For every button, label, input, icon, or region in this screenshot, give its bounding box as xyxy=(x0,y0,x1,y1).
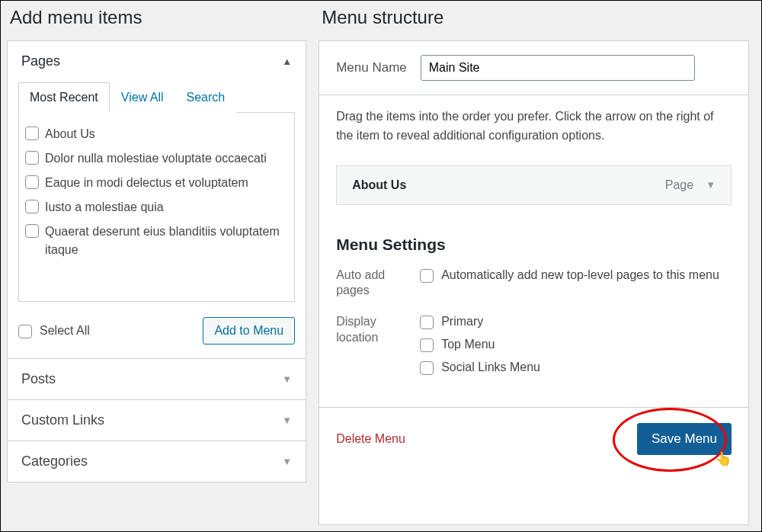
display-location-label: Display location xyxy=(336,314,406,346)
page-item-label: Quaerat deserunt eius blanditiis volupta… xyxy=(45,223,288,259)
page-item-label: Iusto a molestiae quia xyxy=(45,198,288,216)
instructions-text: Drag the items into the order you prefer… xyxy=(336,107,732,146)
pages-tabs: Most Recent View All Search xyxy=(18,82,295,113)
menu-name-input[interactable] xyxy=(421,55,695,81)
accordion-header-categories[interactable]: Categories ▼ xyxy=(8,441,306,482)
page-item[interactable]: Dolor nulla molestiae voluptate occaecat… xyxy=(25,146,288,171)
location-checkbox[interactable] xyxy=(420,316,434,329)
accordion-label: Categories xyxy=(21,453,88,470)
menu-item-type: Page xyxy=(665,178,693,192)
select-all-checkbox[interactable] xyxy=(18,325,32,338)
auto-add-option[interactable]: Automatically add new top-level pages to… xyxy=(420,268,719,283)
pages-list[interactable]: About Us Dolor nulla molestiae voluptate… xyxy=(18,113,295,302)
chevron-down-icon: ▼ xyxy=(282,373,292,385)
page-item[interactable]: About Us xyxy=(25,122,288,146)
location-checkbox[interactable] xyxy=(420,338,434,352)
accordion-custom-links: Custom Links ▼ xyxy=(8,400,306,441)
auto-add-checkbox[interactable] xyxy=(420,269,434,283)
location-top-menu[interactable]: Top Menu xyxy=(420,337,540,352)
menu-edit-panel: Menu Name Drag the items into the order … xyxy=(319,40,749,525)
page-item[interactable]: Iusto a molestiae quia xyxy=(25,195,288,220)
menu-item-title: About Us xyxy=(352,178,406,192)
accordion-label: Custom Links xyxy=(21,412,104,428)
page-checkbox[interactable] xyxy=(25,127,39,140)
location-social[interactable]: Social Links Menu xyxy=(420,360,540,375)
menu-name-label: Menu Name xyxy=(336,60,407,75)
chevron-down-icon: ▼ xyxy=(282,456,292,467)
accordion-posts: Posts ▼ xyxy=(8,359,306,400)
page-item-label: About Us xyxy=(45,125,288,143)
select-all[interactable]: Select All xyxy=(18,323,90,338)
accordion-label: Posts xyxy=(21,371,56,387)
page-item[interactable]: Eaque in modi delectus et voluptatem xyxy=(25,171,288,195)
location-text: Primary xyxy=(441,315,483,328)
location-primary[interactable]: Primary xyxy=(420,314,540,329)
add-items-title: Add menu items xyxy=(10,7,306,28)
page-item-label: Eaque in modi delectus et voluptatem xyxy=(45,174,288,192)
chevron-down-icon: ▼ xyxy=(282,415,292,426)
accordion-header-posts[interactable]: Posts ▼ xyxy=(8,359,306,399)
page-item-label: Dolor nulla molestiae voluptate occaecat… xyxy=(45,149,288,168)
accordion-header-pages[interactable]: Pages ▲ xyxy=(8,41,306,82)
page-checkbox[interactable] xyxy=(25,200,39,213)
auto-add-text: Automatically add new top-level pages to… xyxy=(441,268,719,282)
auto-add-label: Auto add pages xyxy=(336,268,406,300)
page-checkbox[interactable] xyxy=(25,224,39,238)
select-all-label: Select All xyxy=(40,324,90,338)
menu-settings-title: Menu Settings xyxy=(336,236,732,254)
location-checkbox[interactable] xyxy=(420,361,434,375)
delete-menu-link[interactable]: Delete Menu xyxy=(336,432,405,446)
accordion-label: Pages xyxy=(21,53,60,69)
add-to-menu-button[interactable]: Add to Menu xyxy=(203,317,295,345)
location-text: Social Links Menu xyxy=(441,361,540,374)
location-text: Top Menu xyxy=(441,338,495,351)
page-item[interactable]: Quaerat deserunt eius blanditiis volupta… xyxy=(25,220,288,262)
menu-structure-title: Menu structure xyxy=(322,7,749,28)
accordion-panel: Pages ▲ Most Recent View All Search Abou… xyxy=(7,40,306,482)
page-checkbox[interactable] xyxy=(25,151,39,165)
menu-item[interactable]: About Us Page ▼ xyxy=(336,165,732,205)
tab-search[interactable]: Search xyxy=(175,82,237,113)
chevron-up-icon: ▲ xyxy=(282,56,292,67)
tab-view-all[interactable]: View All xyxy=(110,82,175,113)
accordion-header-custom-links[interactable]: Custom Links ▼ xyxy=(8,400,306,441)
accordion-pages: Pages ▲ Most Recent View All Search Abou… xyxy=(8,41,306,359)
accordion-categories: Categories ▼ xyxy=(8,441,306,482)
page-checkbox[interactable] xyxy=(25,175,39,189)
chevron-down-icon[interactable]: ▼ xyxy=(706,179,716,191)
tab-most-recent[interactable]: Most Recent xyxy=(18,82,110,113)
save-menu-button[interactable]: Save Menu xyxy=(637,423,732,455)
